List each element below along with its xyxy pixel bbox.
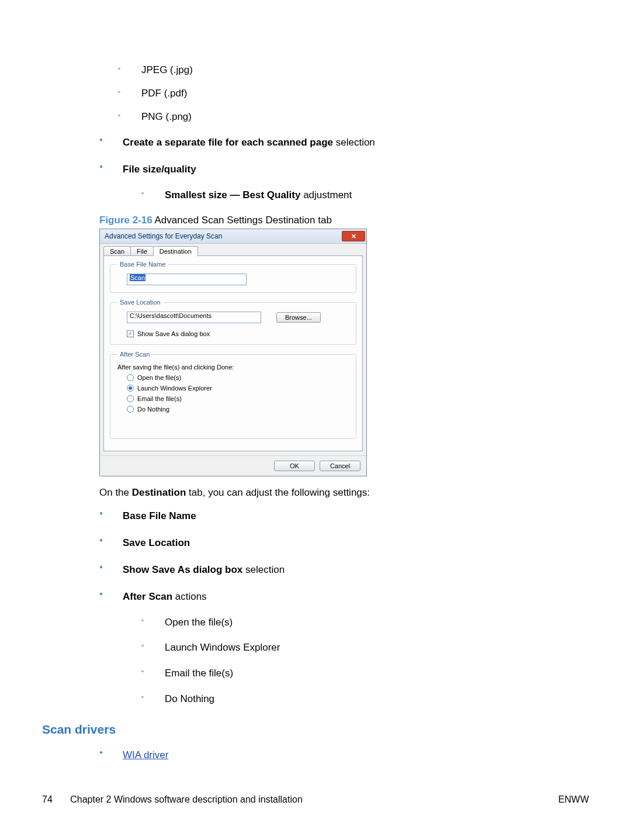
list-item: Create a separate file for each scanned … — [99, 136, 589, 150]
inline-text: actions — [172, 591, 207, 602]
page-number: 74 — [42, 794, 53, 804]
list-item: Base File Name — [99, 509, 589, 523]
list-item: File size/quality Smallest size — Best Q… — [99, 163, 589, 202]
dialog-title: Advanced Settings for Everyday Scan — [105, 232, 222, 240]
input-value: C:\Users\dascott\Documents — [130, 312, 212, 319]
dialog-footer: OK Cancel — [100, 455, 366, 476]
inline-text: selection — [333, 137, 375, 148]
group-legend: Base File Name — [117, 261, 168, 268]
format-sublist: JPEG (.jpg) PDF (.pdf) PNG (.png) — [99, 64, 589, 123]
radio-launch-explorer[interactable] — [127, 385, 134, 392]
list-item: Smallest size — Best Quality adjustment — [123, 188, 589, 202]
figure-caption-text: Advanced Scan Settings Destination tab — [152, 215, 332, 226]
list-item: Launch Windows Explorer — [123, 641, 589, 655]
radio-label: Launch Windows Explorer — [137, 385, 212, 392]
option-list-top: Create a separate file for each scanned … — [99, 136, 589, 202]
radio-do-nothing[interactable] — [127, 406, 134, 413]
figure-caption: Figure 2-16 Advanced Scan Settings Desti… — [99, 215, 589, 226]
save-location-group: Save Location C:\Users\dascott\Documents… — [110, 299, 356, 345]
bold-text: Show Save As dialog box — [123, 564, 242, 575]
bold-text: Save Location — [123, 537, 190, 548]
list-item: Save Location — [99, 536, 589, 550]
check-icon: ✓ — [128, 331, 133, 337]
close-icon: ✕ — [351, 233, 356, 240]
format-item: JPEG (.jpg) — [99, 64, 589, 76]
format-item: PDF (.pdf) — [99, 88, 589, 99]
footer-right: ENWW — [559, 794, 589, 805]
base-file-name-input[interactable]: Scan — [127, 274, 247, 285]
after-scan-group: After Scan After saving the file(s) and … — [110, 351, 356, 439]
browse-button[interactable]: Browse... — [276, 312, 321, 323]
radio-dot-icon — [129, 386, 132, 390]
radio-label: Email the file(s) — [137, 395, 182, 402]
show-save-as-checkbox[interactable]: ✓ — [127, 330, 134, 337]
save-location-input[interactable]: C:\Users\dascott\Documents — [127, 312, 261, 323]
tab-file[interactable]: File — [130, 246, 154, 256]
list-item: Email the file(s) — [123, 666, 589, 680]
close-button[interactable]: ✕ — [342, 231, 365, 241]
tab-scan[interactable]: Scan — [103, 246, 131, 256]
scan-drivers-heading: Scan drivers — [42, 723, 589, 737]
list-item: WIA driver — [99, 748, 589, 762]
group-legend: Save Location — [117, 299, 163, 306]
inline-text: selection — [242, 564, 285, 575]
group-legend: After Scan — [117, 351, 152, 358]
figure-label: Figure 2-16 — [99, 215, 152, 226]
bold-text: Destination — [132, 487, 186, 498]
after-scan-prompt: After saving the file(s) and clicking Do… — [117, 364, 349, 371]
bold-text: Base File Name — [123, 510, 196, 521]
page-footer: 74 Chapter 2 Windows software descriptio… — [42, 794, 589, 805]
ok-button[interactable]: OK — [274, 461, 315, 471]
list-item: After Scan actions Open the file(s) Laun… — [99, 590, 589, 706]
checkbox-label: Show Save As dialog box — [137, 330, 210, 337]
scan-settings-dialog: Advanced Settings for Everyday Scan ✕ Sc… — [99, 229, 367, 476]
inline-text: adjustment — [300, 189, 352, 201]
list-item: Do Nothing — [123, 692, 589, 706]
bold-text: Smallest size — Best Quality — [165, 189, 300, 201]
input-value: Scan — [130, 274, 145, 281]
wia-driver-link[interactable]: WIA driver — [123, 749, 168, 761]
scan-drivers-list: WIA driver — [99, 748, 589, 762]
format-item: PNG (.png) — [99, 111, 589, 123]
radio-email-files[interactable] — [127, 395, 134, 402]
tab-destination[interactable]: Destination — [153, 246, 198, 256]
bold-text: After Scan — [123, 591, 172, 602]
dialog-tabs: Scan File Destination — [103, 246, 363, 256]
base-file-name-group: Base File Name Scan — [110, 261, 356, 293]
destination-settings-list: Base File Name Save Location Show Save A… — [99, 509, 589, 706]
radio-label: Open the file(s) — [137, 374, 181, 381]
after-scan-sublist: Open the file(s) Launch Windows Explorer… — [123, 616, 589, 706]
destination-tab-paragraph: On the Destination tab, you can adjust t… — [99, 487, 589, 499]
list-item: Show Save As dialog box selection — [99, 563, 589, 577]
chapter-title: Chapter 2 Windows software description a… — [70, 794, 303, 804]
sublist: Smallest size — Best Quality adjustment — [123, 188, 589, 202]
dialog-body: Base File Name Scan Save Location C:\Use… — [103, 255, 363, 451]
bold-text: Create a separate file for each scanned … — [123, 137, 333, 148]
dialog-titlebar: Advanced Settings for Everyday Scan ✕ — [100, 229, 366, 244]
bold-text: File size/quality — [123, 164, 196, 175]
radio-label: Do Nothing — [137, 406, 169, 413]
list-item: Open the file(s) — [123, 616, 589, 630]
radio-open-files[interactable] — [127, 374, 134, 381]
cancel-button[interactable]: Cancel — [320, 461, 360, 471]
